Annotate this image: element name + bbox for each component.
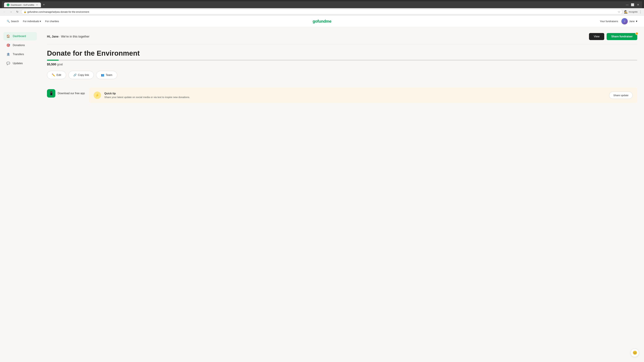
sidebar-item-updates-label: Updates bbox=[13, 62, 23, 65]
lightning-icon: ⚡ bbox=[95, 93, 99, 97]
main-content: Hi, Jane · We're in this together View S… bbox=[40, 27, 644, 106]
back-button[interactable]: ← bbox=[2, 9, 7, 14]
sidebar-item-dashboard[interactable]: 🏠 Dashboard bbox=[3, 32, 37, 40]
nav-right: Your fundraisers J Jane ▾ bbox=[600, 18, 637, 24]
chat-bubble-button[interactable]: 😊 bbox=[630, 349, 639, 357]
for-individuals-label: For individuals bbox=[23, 20, 39, 23]
user-avatar: J bbox=[621, 18, 628, 24]
sidebar-item-transfers-label: Transfers bbox=[13, 53, 24, 56]
goal-label-text: goal bbox=[57, 63, 63, 66]
logo-center[interactable]: gofundme bbox=[312, 19, 332, 24]
share-update-button[interactable]: Share update bbox=[609, 92, 632, 99]
greeting-tagline: We're in this together bbox=[61, 35, 90, 38]
action-buttons: ✏️ Edit 🔗 Copy link 👥 Team bbox=[47, 71, 637, 79]
main-header: Hi, Jane · We're in this together View S… bbox=[47, 30, 637, 44]
chat-icon: 😊 bbox=[632, 351, 637, 355]
site-nav: 🔍 Search For individuals ▾ For charities… bbox=[0, 15, 644, 27]
content-area: 🏠 Dashboard 🎯 Donations 🏦 Transfers 💬 Up… bbox=[0, 27, 644, 106]
edit-icon: ✏️ bbox=[52, 73, 55, 77]
browser-profile-area: 🕵️ Incognito bbox=[624, 10, 638, 14]
team-button[interactable]: 👥 Team bbox=[96, 71, 117, 79]
copy-link-icon: 🔗 bbox=[73, 73, 77, 77]
header-actions: View Share fundraiser bbox=[589, 33, 637, 40]
tab-favicon: G bbox=[7, 3, 10, 6]
incognito-label: Incognito bbox=[629, 10, 638, 13]
browser-menu-button[interactable]: ⋮ bbox=[639, 10, 642, 14]
greeting-area: Hi, Jane · We're in this together bbox=[47, 35, 90, 38]
copy-link-button[interactable]: 🔗 Copy link bbox=[68, 71, 94, 79]
quick-tip-title: Quick tip bbox=[104, 92, 606, 95]
forward-button[interactable]: → bbox=[8, 9, 14, 14]
progress-bar-container bbox=[47, 60, 637, 61]
sidebar-item-donations[interactable]: 🎯 Donations bbox=[3, 41, 37, 49]
quick-tip-body: Share your latest update on social media… bbox=[104, 96, 606, 98]
sidebar-item-dashboard-label: Dashboard bbox=[13, 35, 26, 38]
fundraiser-info: Donate for the Environment $5,500 goal ✏… bbox=[47, 49, 637, 103]
new-tab-button[interactable]: + bbox=[42, 2, 46, 7]
site-logo: gofundme bbox=[312, 19, 332, 23]
view-button[interactable]: View bbox=[589, 33, 604, 40]
for-charities-label: For charities bbox=[45, 20, 59, 23]
sidebar: 🏠 Dashboard 🎯 Donations 🏦 Transfers 💬 Up… bbox=[0, 27, 40, 106]
bookmark-button[interactable]: ☆ bbox=[618, 10, 620, 13]
goal-text: $5,500 goal bbox=[47, 63, 637, 66]
search-link[interactable]: 🔍 Search bbox=[7, 20, 19, 23]
tab-close-button[interactable]: ✕ bbox=[36, 3, 38, 6]
donations-icon: 🎯 bbox=[6, 43, 10, 47]
address-bar[interactable]: 🔒 gofundme.com/manage/wdywu-donate-for-t… bbox=[21, 9, 623, 14]
active-tab[interactable]: G Dashboard - GoFundMe ✕ bbox=[4, 2, 41, 7]
address-bar-row: ← → ↻ 🔒 gofundme.com/manage/wdywu-donate… bbox=[0, 8, 644, 15]
fundraiser-title: Donate for the Environment bbox=[47, 49, 637, 57]
download-app-label: Download our free app bbox=[58, 92, 85, 95]
updates-icon: 💬 bbox=[6, 61, 10, 65]
close-window-button[interactable]: ✕ bbox=[636, 3, 640, 7]
reload-button[interactable]: ↻ bbox=[15, 9, 20, 14]
nav-left: 🔍 Search For individuals ▾ For charities bbox=[7, 20, 59, 23]
for-individuals-link[interactable]: For individuals ▾ bbox=[23, 20, 41, 23]
sidebar-item-donations-label: Donations bbox=[13, 44, 25, 47]
for-individuals-chevron-icon: ▾ bbox=[40, 20, 41, 23]
share-fundraiser-button[interactable]: Share fundraiser bbox=[606, 33, 637, 40]
dashboard-icon: 🏠 bbox=[6, 34, 10, 38]
url-text: gofundme.com/manage/wdywu-donate-for-the… bbox=[27, 10, 617, 13]
greeting-separator: · bbox=[59, 35, 61, 38]
tip-text-area: Quick tip Share your latest update on so… bbox=[104, 92, 606, 98]
incognito-icon: 🕵️ bbox=[624, 10, 628, 14]
sidebar-item-updates[interactable]: 💬 Updates bbox=[3, 59, 37, 67]
user-name: Jane bbox=[629, 20, 634, 23]
progress-bar-fill bbox=[47, 60, 59, 61]
team-icon: 👥 bbox=[101, 73, 104, 77]
quick-tip-icon-wrap: ⚡ bbox=[94, 91, 101, 99]
quick-tip-section: ⚡ Quick tip Share your latest update on … bbox=[89, 87, 637, 103]
maximize-button[interactable]: ⬜ bbox=[630, 3, 634, 7]
user-menu-chevron-icon: ▾ bbox=[636, 19, 637, 23]
sidebar-item-transfers[interactable]: 🏦 Transfers bbox=[3, 50, 37, 58]
search-icon: 🔍 bbox=[7, 20, 10, 23]
edit-button-label: Edit bbox=[56, 73, 61, 77]
your-fundraisers-link[interactable]: Your fundraisers bbox=[600, 20, 618, 23]
transfers-icon: 🏦 bbox=[6, 52, 10, 56]
notification-dot bbox=[635, 32, 638, 35]
download-app-section: 📱 Download our free app bbox=[47, 86, 85, 99]
tab-title: Dashboard - GoFundMe bbox=[11, 4, 34, 6]
search-label: Search bbox=[11, 20, 19, 23]
app-icon: 📱 bbox=[47, 89, 55, 97]
edit-button[interactable]: ✏️ Edit bbox=[47, 71, 66, 79]
copy-link-button-label: Copy link bbox=[78, 73, 89, 77]
for-charities-link[interactable]: For charities bbox=[45, 20, 59, 23]
team-button-label: Team bbox=[106, 73, 112, 77]
minimize-button[interactable]: — bbox=[625, 3, 629, 7]
goal-amount: $5,500 bbox=[47, 63, 56, 66]
greeting-name: Hi, Jane bbox=[47, 35, 58, 38]
user-menu[interactable]: J Jane ▾ bbox=[621, 18, 637, 24]
